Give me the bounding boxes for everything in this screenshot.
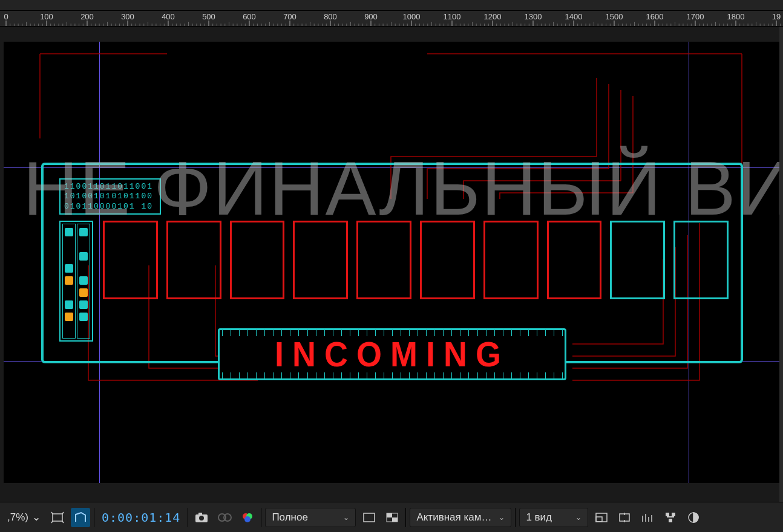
timeline-sync-icon[interactable] [661,508,680,527]
led-light [79,264,88,273]
svg-rect-233 [596,513,607,522]
vertical-scrollbar[interactable] [779,27,783,502]
active-camera-dropdown[interactable]: Активная кам… ⌄ [410,508,511,527]
svg-point-225 [224,514,231,521]
svg-text:19: 19 [772,12,781,21]
svg-text:700: 700 [283,12,296,21]
svg-text:800: 800 [324,12,337,21]
chevron-down-icon: ⌄ [499,513,505,522]
svg-rect-220 [53,514,62,521]
card-slot [103,221,158,299]
led-light [65,276,73,285]
svg-rect-236 [666,513,669,516]
incoming-label-box: INCOMING [218,328,566,380]
led-light [65,264,73,273]
svg-text:1400: 1400 [565,12,583,21]
led-column-1 [62,224,76,339]
svg-text:500: 500 [202,12,215,21]
incoming-text: INCOMING [275,334,509,374]
transparency-grid-icon[interactable] [382,508,402,527]
svg-rect-238 [669,519,672,522]
fast-previews-icon[interactable] [638,508,657,527]
camera-label: Активная кам… [416,511,491,524]
led-light [79,313,88,321]
card-slot [356,221,411,299]
svg-text:1100: 1100 [444,12,461,21]
card-slot [166,221,221,299]
svg-text:0: 0 [4,12,8,21]
svg-text:1300: 1300 [525,12,542,21]
composition-viewport[interactable]: 110011011011001 101001010101100 01011000… [0,27,783,502]
current-timecode[interactable]: 0:00:01:14 [102,510,180,525]
binary-readout: 110011011011001 101001010101100 01011000… [59,178,161,215]
svg-text:1000: 1000 [403,12,421,21]
led-light [79,288,88,297]
color-management-icon[interactable] [238,508,257,527]
svg-text:300: 300 [121,12,134,21]
snapshot-icon[interactable] [192,508,211,527]
led-light [79,276,88,285]
svg-rect-222 [198,513,202,515]
mask-visibility-icon[interactable] [71,508,90,527]
composition-canvas[interactable]: 110011011011001 101001010101100 01011000… [4,42,779,483]
svg-point-228 [244,516,251,522]
led-light [79,240,88,248]
card-slot-row [103,221,729,299]
card-slot [420,221,475,299]
binary-line-3: 010110000101 10 [64,202,153,211]
card-slot [610,221,665,299]
chevron-down-icon[interactable]: ⌄ [32,511,41,524]
views-dropdown[interactable]: 1 вид ⌄ [519,508,588,527]
svg-text:400: 400 [162,12,175,21]
zoom-readout[interactable]: ,7%) ⌄ [4,507,44,528]
led-light [65,252,73,261]
card-slot [293,221,348,299]
led-light [79,252,88,261]
card-slot [547,221,602,299]
safe-zones-icon[interactable] [48,508,67,527]
svg-text:1800: 1800 [727,12,745,21]
svg-text:1700: 1700 [687,12,704,21]
pixel-aspect-icon[interactable] [615,508,634,527]
svg-text:100: 100 [40,12,53,21]
svg-rect-239 [667,516,674,517]
led-panel [59,221,93,342]
preview-frame-icon[interactable] [215,508,234,527]
svg-text:1500: 1500 [606,12,623,21]
region-of-interest-icon[interactable] [359,508,379,527]
svg-text:600: 600 [243,12,256,21]
card-slot [230,221,285,299]
svg-rect-234 [596,517,602,522]
binary-line-2: 101001010101100 [64,192,153,201]
view-layout-icon[interactable] [592,508,611,527]
svg-text:1200: 1200 [484,12,502,21]
panel-header-strip [0,0,783,11]
exposure-icon[interactable] [684,508,703,527]
svg-rect-232 [392,517,398,522]
svg-text:900: 900 [364,12,378,21]
preview-footer-toolbar: ,7%) ⌄ 0:00:01:14 Полное ⌄ Активная кам…… [0,502,783,532]
chevron-down-icon: ⌄ [343,513,349,522]
hud-panel-frame: 110011011011001 101001010101100 01011000… [41,163,743,363]
led-light [65,300,73,309]
svg-rect-237 [672,513,675,516]
views-label: 1 вид [526,511,552,524]
svg-rect-229 [364,513,375,522]
led-light [79,300,88,309]
led-light [65,288,73,297]
resolution-dropdown[interactable]: Полное ⌄ [265,508,356,527]
led-light [79,228,88,236]
resolution-label: Полное [272,511,308,524]
svg-rect-231 [387,513,392,517]
svg-text:1600: 1600 [646,12,664,21]
chevron-down-icon: ⌄ [575,513,582,522]
svg-text:200: 200 [80,12,94,21]
svg-point-223 [199,516,204,521]
card-slot [673,221,729,299]
card-slot [483,221,539,299]
binary-line-1: 110011011011001 [64,182,153,191]
led-light [65,228,73,236]
led-light [65,240,73,248]
led-column-2 [77,224,90,339]
horizontal-ruler[interactable]: 0100200300400500600700800900100011001200… [0,11,783,27]
